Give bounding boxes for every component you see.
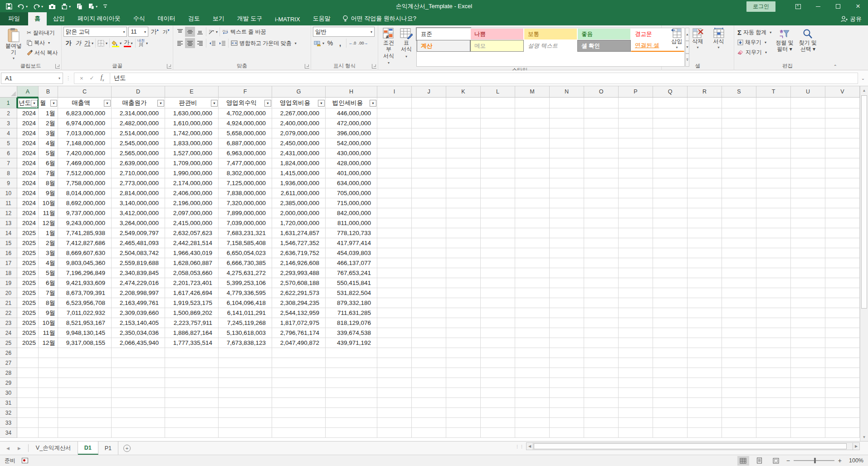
- cell-M3[interactable]: [515, 118, 550, 128]
- row-header-12[interactable]: 12: [0, 208, 17, 218]
- cell-G15[interactable]: 1,546,727,352: [272, 238, 326, 248]
- cell-I27[interactable]: [377, 358, 412, 368]
- cell-V18[interactable]: [825, 268, 860, 278]
- cell-V31[interactable]: [825, 398, 860, 408]
- cell-N13[interactable]: [550, 218, 584, 228]
- cell-N29[interactable]: [550, 378, 584, 388]
- cell-U4[interactable]: [791, 128, 825, 138]
- row-header-6[interactable]: 6: [0, 148, 17, 158]
- cell-N19[interactable]: [550, 278, 584, 288]
- cell-V33[interactable]: [825, 418, 860, 428]
- cell-A31[interactable]: [17, 398, 39, 408]
- cell-R15[interactable]: [688, 238, 722, 248]
- cell-U19[interactable]: [791, 278, 825, 288]
- cell-I8[interactable]: [377, 168, 412, 178]
- cell-K24[interactable]: [446, 328, 481, 338]
- cell-K27[interactable]: [446, 358, 481, 368]
- cell-U21[interactable]: [791, 298, 825, 308]
- cell-S19[interactable]: [722, 278, 756, 288]
- row-header-9[interactable]: 9: [0, 178, 17, 188]
- cell-M12[interactable]: [515, 208, 550, 218]
- cell-F23[interactable]: 7,245,119,268: [219, 318, 272, 328]
- cell-S13[interactable]: [722, 218, 756, 228]
- format-cells-button[interactable]: 서식▾: [710, 27, 727, 62]
- bold-button[interactable]: 가: [63, 38, 73, 48]
- cell-T30[interactable]: [756, 388, 791, 398]
- cell-O17[interactable]: [584, 258, 619, 268]
- increase-decimal-button[interactable]: ←.0: [347, 38, 357, 48]
- cell-I33[interactable]: [377, 418, 412, 428]
- row-header-15[interactable]: 15: [0, 238, 17, 248]
- cell-L3[interactable]: [481, 118, 515, 128]
- cell-L34[interactable]: [481, 428, 515, 438]
- align-top-button[interactable]: [175, 27, 185, 37]
- cell-B28[interactable]: [39, 368, 58, 378]
- cell-F6[interactable]: 6,963,000,000: [219, 148, 272, 158]
- cell-J12[interactable]: [412, 208, 446, 218]
- cell-J14[interactable]: [412, 228, 446, 238]
- cell-T3[interactable]: [756, 118, 791, 128]
- cell-O13[interactable]: [584, 218, 619, 228]
- cell-R16[interactable]: [688, 248, 722, 258]
- cell-L4[interactable]: [481, 128, 515, 138]
- cell-B30[interactable]: [39, 388, 58, 398]
- cell-I28[interactable]: [377, 368, 412, 378]
- cell-Q20[interactable]: [653, 288, 688, 298]
- cell-C27[interactable]: [58, 358, 112, 368]
- row-header-34[interactable]: 34: [0, 428, 17, 438]
- cell-R5[interactable]: [688, 138, 722, 148]
- column-header-R[interactable]: R: [688, 86, 722, 98]
- filter-dropdown-button-A[interactable]: ▼: [31, 100, 38, 107]
- cell-N18[interactable]: [550, 268, 584, 278]
- cell-H29[interactable]: [326, 378, 377, 388]
- cell-M5[interactable]: [515, 138, 550, 148]
- cell-K29[interactable]: [446, 378, 481, 388]
- cell-N12[interactable]: [550, 208, 584, 218]
- cell-M20[interactable]: [515, 288, 550, 298]
- cell-N28[interactable]: [550, 368, 584, 378]
- cell-P22[interactable]: [619, 308, 653, 318]
- cell-O31[interactable]: [584, 398, 619, 408]
- cell-J26[interactable]: [412, 348, 446, 358]
- column-header-C[interactable]: C: [58, 86, 112, 98]
- cell-N24[interactable]: [550, 328, 584, 338]
- column-header-J[interactable]: J: [412, 86, 446, 98]
- filter-dropdown-button-G[interactable]: ▼: [318, 100, 325, 107]
- borders-button[interactable]: ▾: [97, 38, 108, 48]
- cell-E13[interactable]: 2,415,000,000: [165, 218, 219, 228]
- cell-K2[interactable]: [446, 108, 481, 118]
- cell-J31[interactable]: [412, 398, 446, 408]
- cell-T16[interactable]: [756, 248, 791, 258]
- cell-V24[interactable]: [825, 328, 860, 338]
- cell-F1[interactable]: 영업외수익▼: [219, 98, 272, 108]
- cell-T22[interactable]: [756, 308, 791, 318]
- cell-N2[interactable]: [550, 108, 584, 118]
- row-header-33[interactable]: 33: [0, 418, 17, 428]
- expand-formula-bar-button[interactable]: ⌄: [858, 76, 868, 81]
- cell-B2[interactable]: 1월: [39, 108, 58, 118]
- redo-dropdown-icon[interactable]: ▾: [41, 5, 43, 9]
- cell-B16[interactable]: 3월: [39, 248, 58, 258]
- cell-C11[interactable]: 8,692,000,000: [58, 198, 112, 208]
- cell-E24[interactable]: 1,886,827,164: [165, 328, 219, 338]
- cell-N5[interactable]: [550, 138, 584, 148]
- cell-Q11[interactable]: [653, 198, 688, 208]
- decrease-indent-button[interactable]: [207, 38, 217, 48]
- cell-N30[interactable]: [550, 388, 584, 398]
- cell-U27[interactable]: [791, 358, 825, 368]
- cell-V23[interactable]: [825, 318, 860, 328]
- name-box[interactable]: A1▾: [1, 73, 63, 84]
- cell-O4[interactable]: [584, 128, 619, 138]
- cell-K25[interactable]: [446, 338, 481, 348]
- cell-L10[interactable]: [481, 188, 515, 198]
- cell-R13[interactable]: [688, 218, 722, 228]
- row-header-14[interactable]: 14: [0, 228, 17, 238]
- cell-G32[interactable]: [272, 408, 326, 418]
- cell-H8[interactable]: 401,000,000: [326, 168, 377, 178]
- cell-S26[interactable]: [722, 348, 756, 358]
- cell-A28[interactable]: [17, 368, 39, 378]
- cell-C26[interactable]: [58, 348, 112, 358]
- cell-Q5[interactable]: [653, 138, 688, 148]
- cell-J16[interactable]: [412, 248, 446, 258]
- cell-style-설명 텍스트[interactable]: 설명 텍스트: [524, 40, 577, 52]
